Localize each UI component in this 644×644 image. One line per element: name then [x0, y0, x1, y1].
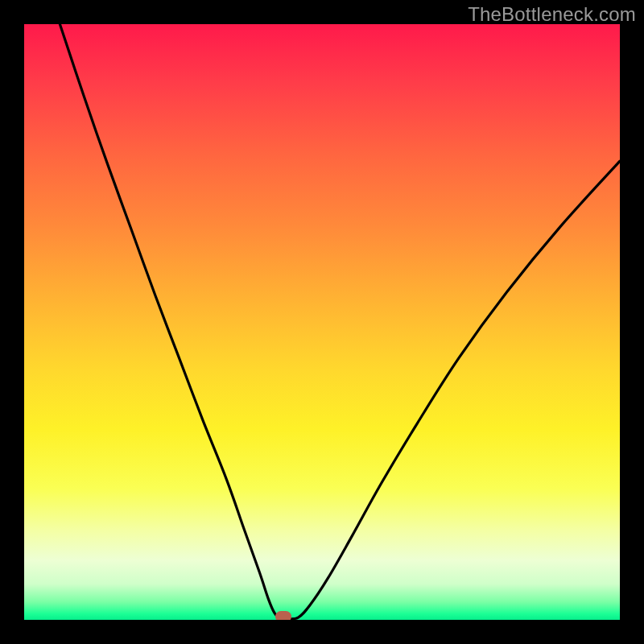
curve-svg: [24, 24, 620, 620]
bottleneck-curve: [60, 24, 620, 619]
min-marker: [275, 611, 291, 620]
chart-frame: TheBottleneck.com: [0, 0, 644, 644]
plot-area: [24, 24, 620, 620]
watermark-text: TheBottleneck.com: [468, 3, 636, 26]
